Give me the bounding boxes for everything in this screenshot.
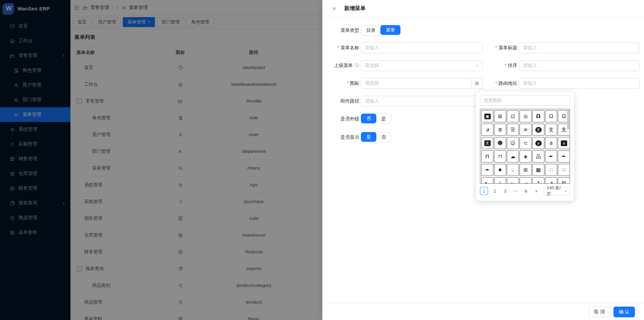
menu-type-label: 菜单类型: [322, 27, 359, 34]
picker-icon-cell[interactable]: ☁: [507, 150, 519, 163]
picker-icon-cell[interactable]: ▣: [481, 110, 493, 122]
scrollbar-thumb[interactable]: [567, 110, 569, 129]
picker-icon-cell[interactable]: a: [558, 137, 570, 149]
picker-icon-cell[interactable]: a: [545, 137, 557, 149]
picker-icon-cell[interactable]: 品: [532, 150, 544, 163]
picker-icon-cell[interactable]: ≣: [494, 124, 506, 136]
route-label: 路由地址: [484, 80, 517, 86]
visible-no-option[interactable]: 否: [376, 132, 391, 142]
picker-icon-cell[interactable]: ♠: [494, 164, 506, 176]
picker-icon-cell[interactable]: ∷: [558, 164, 570, 176]
icon-pagination: 1 2 3 ••• 6 > 140 条/页∨: [480, 187, 570, 195]
menu-name-label: 菜单名称: [322, 45, 359, 51]
picker-icon-cell[interactable]: ◎: [520, 110, 532, 122]
picker-icon-cell[interactable]: ⊞: [520, 164, 532, 176]
info-circle-icon: [354, 63, 359, 68]
picker-icon-cell[interactable]: ✒: [558, 150, 570, 163]
menu-type-segmented: 目录 菜单: [361, 25, 400, 36]
page-size-select[interactable]: 140 条/页∨: [544, 187, 570, 195]
picker-icon-cell[interactable]: ▦: [532, 164, 544, 176]
picker-icon-cell[interactable]: ☺: [507, 137, 519, 149]
picker-icon-cell[interactable]: ☰: [507, 124, 519, 136]
picker-icon-cell[interactable]: ⊓: [494, 150, 506, 163]
ellipsis-icon: •••: [512, 187, 519, 195]
menu-name-input[interactable]: 请输入: [361, 43, 483, 53]
popup-arrow: [479, 89, 484, 94]
confirm-button[interactable]: 确 认: [613, 307, 635, 317]
picker-icon-cell[interactable]: 支: [532, 124, 544, 136]
drawer-title: 新增菜单: [344, 5, 366, 12]
visible-yes-option[interactable]: 是: [361, 132, 376, 142]
picker-icon-cell[interactable]: →: [520, 177, 532, 184]
add-menu-drawer: × 新增菜单 菜单类型 目录 菜单 菜单名称 请输入 菜单标题 请输入 上级菜单…: [322, 0, 644, 320]
menu-type-option-directory[interactable]: 目录: [361, 25, 381, 35]
cancel-button[interactable]: 取 消: [589, 307, 610, 317]
page-1[interactable]: 1: [480, 187, 488, 195]
visible-label: 是否显示: [322, 134, 359, 140]
drawer-header: × 新增菜单: [322, 0, 644, 17]
chevron-down-icon: ∨: [565, 189, 567, 193]
drawer-body: 菜单类型 目录 菜单 菜单名称 请输入 菜单标题 请输入 上级菜单 请选择∨ 排…: [322, 17, 644, 312]
sort-input[interactable]: 请输入: [519, 60, 640, 71]
picker-icon-cell[interactable]: ∷: [545, 164, 557, 176]
page-6[interactable]: 6: [522, 187, 530, 195]
picker-icon-cell[interactable]: ←: [507, 177, 519, 184]
external-yes-option[interactable]: 是: [376, 114, 391, 124]
next-page-button[interactable]: >: [533, 187, 540, 195]
external-link-toggle: 否 是: [361, 114, 391, 124]
picker-icon-cell[interactable]: a: [481, 124, 493, 136]
picker-icon-cell[interactable]: ✒: [545, 150, 557, 163]
picker-icon-cell[interactable]: ≡: [520, 124, 532, 136]
parent-menu-select[interactable]: 请选择∨: [361, 60, 483, 71]
picker-icon-cell[interactable]: ↗: [545, 177, 557, 184]
external-no-option[interactable]: 否: [361, 114, 376, 123]
picker-icon-cell[interactable]: 支: [481, 137, 493, 149]
external-link-label: 是否外链: [322, 116, 359, 122]
menu-title-input[interactable]: 请输入: [519, 43, 640, 53]
grid-dots-icon: [474, 81, 480, 86]
icon-picker-popup: 搜索图标 ▣ ⊞ ⊡ ◎ Ω Ω Ω a ≣ ☰ ≡ 支 支 支 支: [476, 91, 574, 201]
picker-icon-cell[interactable]: ⊡: [507, 110, 519, 122]
icon-select-input[interactable]: 请选择: [361, 78, 483, 89]
icon-grid: ▣ ⊞ ⊡ ◎ Ω Ω Ω a ≣ ☰ ≡ 支 支 支 支 ☻ ☺: [480, 109, 570, 184]
picker-icon-cell[interactable]: ♤: [507, 164, 519, 176]
route-input[interactable]: 请输入: [519, 78, 640, 89]
icon-picker-button[interactable]: [471, 78, 482, 88]
picker-icon-cell[interactable]: ↓: [494, 177, 506, 184]
picker-icon-cell[interactable]: ◈: [520, 150, 532, 163]
picker-icon-cell[interactable]: Ω: [532, 110, 544, 122]
page-2[interactable]: 2: [491, 187, 498, 195]
drawer-footer: 取 消 确 认: [322, 303, 644, 320]
chevron-down-icon: ∨: [476, 64, 479, 68]
picker-icon-cell[interactable]: ↑: [532, 177, 544, 184]
component-path-label: 组件路径: [322, 98, 359, 104]
component-path-input[interactable]: 请输入: [361, 96, 483, 107]
picker-icon-cell[interactable]: ⊞: [494, 110, 506, 122]
picker-icon-cell[interactable]: ⊂: [520, 137, 532, 149]
page-3[interactable]: 3: [501, 187, 509, 195]
picker-icon-cell[interactable]: ☻: [494, 137, 506, 149]
visible-toggle: 是 否: [361, 132, 391, 142]
picker-icon-cell[interactable]: ✒: [481, 164, 493, 176]
menu-title-label: 菜单标题: [484, 45, 517, 51]
icon-label: 图标: [322, 80, 359, 86]
picker-icon-cell[interactable]: Ω: [545, 110, 557, 122]
menu-type-option-menu[interactable]: 菜单: [380, 25, 400, 35]
picker-icon-cell[interactable]: a: [532, 137, 544, 149]
picker-icon-cell[interactable]: 支: [545, 124, 557, 136]
picker-icon-cell[interactable]: ◣: [481, 177, 493, 184]
sort-label: 排序: [484, 63, 517, 69]
icon-search-input[interactable]: 搜索图标: [480, 95, 570, 106]
close-icon[interactable]: ×: [332, 5, 336, 12]
picker-icon-cell[interactable]: Ψ: [558, 177, 570, 184]
parent-menu-label: 上级菜单: [322, 63, 359, 69]
picker-icon-cell[interactable]: ⊓: [481, 150, 493, 163]
